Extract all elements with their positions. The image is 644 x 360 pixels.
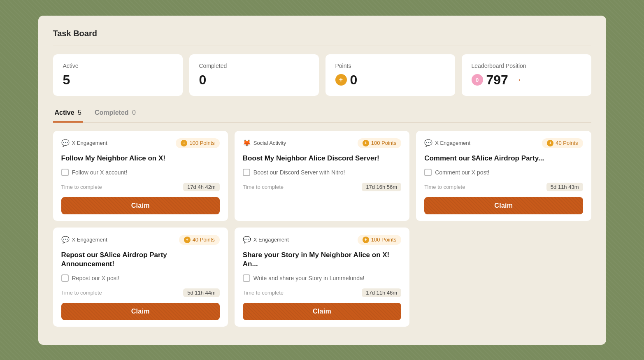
- tab-completed-count: 0: [132, 109, 136, 116]
- subtask-checkbox-4: [243, 274, 250, 282]
- points-badge-icon-1: +: [363, 140, 369, 146]
- time-value-2: 5d 11h 43m: [546, 183, 583, 191]
- task-header-2: 💬 X Engagement + 40 Points: [424, 138, 583, 148]
- task-footer-4: Time to complete 17d 11h 46m: [243, 288, 401, 297]
- arrow-icon: →: [513, 74, 522, 85]
- leaderboard-value: 0 797 →: [472, 72, 581, 88]
- points-badge-icon-2: +: [547, 140, 553, 146]
- points-badge-icon-3: +: [184, 237, 191, 243]
- subtask-label-4: Write and share your Story in Lummelunda…: [253, 275, 365, 281]
- time-label-0: Time to complete: [61, 184, 102, 190]
- points-label: Points: [335, 63, 445, 69]
- task-header-1: 🦊 Social Activity + 100 Points: [243, 138, 401, 148]
- time-label-1: Time to complete: [243, 184, 284, 190]
- points-badge-icon-0: +: [181, 140, 187, 146]
- task-card-3: 💬 X Engagement + 40 Points Repost our $A…: [53, 228, 228, 327]
- category-icon-3: 💬: [61, 236, 70, 244]
- time-value-1: 17d 16h 56m: [362, 183, 401, 191]
- task-subtask-2: Comment our X post!: [424, 169, 583, 176]
- active-value: 5: [63, 72, 173, 88]
- claim-button-2[interactable]: Claim: [424, 197, 583, 214]
- task-footer-0: Time to complete 17d 4h 42m: [61, 183, 220, 191]
- points-icon: +: [335, 74, 347, 86]
- task-card-1: 🦊 Social Activity + 100 Points Boost My …: [235, 131, 409, 221]
- subtask-checkbox-3: [61, 274, 69, 282]
- points-badge-1: + 100 Points: [358, 138, 401, 148]
- leaderboard-label: Leaderboard Position: [472, 63, 581, 69]
- task-title-3: Repost our $Alice Airdrop Party Announce…: [61, 251, 220, 269]
- tab-completed[interactable]: Completed 0: [93, 106, 137, 123]
- task-category-1: 🦊 Social Activity: [243, 139, 286, 147]
- task-subtask-4: Write and share your Story in Lummelunda…: [243, 274, 401, 282]
- subtask-checkbox-0: [61, 169, 69, 176]
- task-card-0: 💬 X Engagement + 100 Points Follow My Ne…: [53, 131, 228, 221]
- points-value: + 0: [335, 72, 445, 88]
- task-footer-2: Time to complete 5d 11h 43m: [424, 183, 583, 191]
- active-label: Active: [63, 63, 173, 69]
- category-label-2: X Engagement: [435, 140, 470, 146]
- points-value-1: 100 Points: [371, 140, 396, 146]
- category-label-3: X Engagement: [72, 237, 107, 243]
- points-value-0: 100 Points: [189, 140, 214, 146]
- points-badge-2: + 40 Points: [542, 138, 583, 148]
- completed-label: Completed: [199, 63, 309, 69]
- task-category-3: 💬 X Engagement: [61, 236, 107, 244]
- time-value-3: 5d 11h 44m: [183, 288, 220, 297]
- category-icon-2: 💬: [424, 139, 432, 147]
- tab-active-label: Active: [55, 109, 74, 116]
- task-title-0: Follow My Neighbor Alice on X!: [61, 154, 220, 163]
- points-value-3: 40 Points: [193, 237, 215, 243]
- points-badge-icon-4: +: [363, 237, 369, 243]
- task-category-0: 💬 X Engagement: [61, 139, 107, 147]
- points-value-4: 100 Points: [371, 237, 396, 243]
- leaderboard-badge: 0: [472, 74, 483, 86]
- claim-button-0[interactable]: Claim: [61, 197, 220, 214]
- points-badge-3: + 40 Points: [179, 235, 220, 245]
- divider: [53, 46, 591, 46]
- task-subtask-0: Follow our X account!: [61, 169, 220, 176]
- tab-completed-label: Completed: [95, 109, 129, 116]
- subtask-label-2: Comment our X post!: [435, 169, 489, 176]
- task-subtask-3: Repost our X post!: [61, 274, 220, 282]
- claim-button-4[interactable]: Claim: [243, 303, 401, 320]
- page-title: Task Board: [53, 29, 591, 38]
- task-title-4: Share your Story in My Neighbor Alice on…: [243, 251, 401, 269]
- subtask-checkbox-2: [424, 169, 432, 176]
- category-icon-4: 💬: [243, 236, 251, 244]
- task-header-4: 💬 X Engagement + 100 Points: [243, 235, 401, 245]
- stat-card-completed: Completed 0: [189, 54, 319, 96]
- task-subtask-1: Boost our Discord Server with Nitro!: [243, 169, 401, 176]
- category-label-4: X Engagement: [253, 237, 289, 243]
- stat-card-points: Points + 0: [325, 54, 455, 96]
- task-title-1: Boost My Neighbor Alice Discord Server!: [243, 154, 401, 163]
- time-value-0: 17d 4h 42m: [183, 183, 220, 191]
- subtask-checkbox-1: [243, 169, 250, 176]
- task-card-2: 💬 X Engagement + 40 Points Comment our $…: [416, 131, 591, 221]
- claim-button-3[interactable]: Claim: [61, 303, 220, 320]
- task-card-4: 💬 X Engagement + 100 Points Share your S…: [235, 228, 409, 327]
- tab-active[interactable]: Active 5: [53, 106, 83, 123]
- category-icon-1: 🦊: [243, 139, 251, 147]
- task-category-4: 💬 X Engagement: [243, 236, 289, 244]
- completed-value: 0: [199, 72, 309, 88]
- time-value-4: 17d 11h 46m: [362, 288, 401, 297]
- task-title-2: Comment our $Alice Airdrop Party...: [424, 154, 583, 163]
- category-label-1: Social Activity: [253, 140, 286, 146]
- category-label-0: X Engagement: [72, 140, 107, 146]
- stat-card-active: Active 5: [53, 54, 183, 96]
- task-header-0: 💬 X Engagement + 100 Points: [61, 138, 220, 148]
- points-badge-4: + 100 Points: [358, 235, 401, 245]
- stats-row: Active 5 Completed 0 Points + 0 Leaderbo…: [53, 54, 591, 96]
- time-label-4: Time to complete: [243, 290, 284, 296]
- subtask-label-3: Repost our X post!: [72, 275, 120, 281]
- task-footer-3: Time to complete 5d 11h 44m: [61, 288, 220, 297]
- subtask-label-1: Boost our Discord Server with Nitro!: [253, 169, 345, 176]
- task-header-3: 💬 X Engagement + 40 Points: [61, 235, 220, 245]
- tabs-row: Active 5 Completed 0: [53, 106, 591, 123]
- stat-card-leaderboard: Leaderboard Position 0 797 →: [462, 54, 591, 96]
- task-category-2: 💬 X Engagement: [424, 139, 470, 147]
- subtask-label-0: Follow our X account!: [72, 169, 128, 176]
- time-label-2: Time to complete: [424, 184, 465, 190]
- points-value-2: 40 Points: [556, 140, 578, 146]
- main-container: Task Board Active 5 Completed 0 Points +…: [38, 16, 606, 345]
